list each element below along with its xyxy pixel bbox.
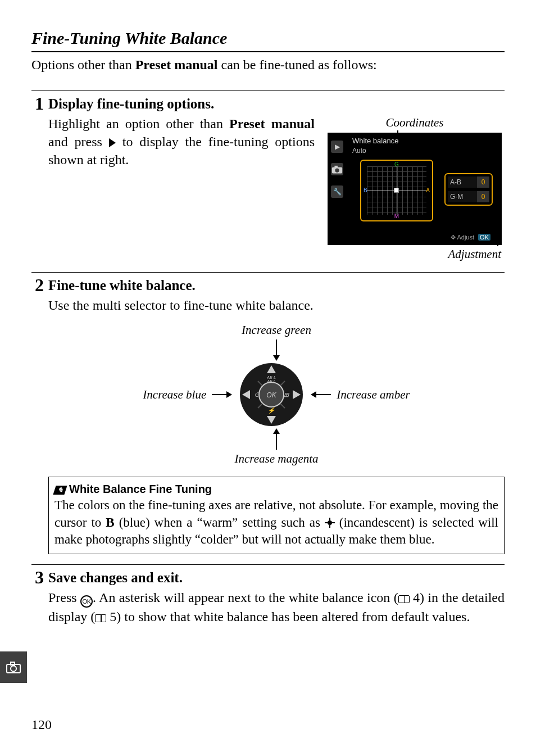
- step-1-number: 1: [31, 94, 44, 262]
- page-number: 120: [31, 716, 52, 734]
- adjustment-readout: A-B 0 G-M 0: [444, 173, 493, 206]
- ok-button-icon: OK: [80, 595, 93, 608]
- svg-text:⏲: ⏲: [254, 391, 260, 398]
- note-body: The colors on the fine-tuning axes are r…: [54, 497, 498, 548]
- svg-text:OK: OK: [267, 391, 277, 399]
- camera-footer-adjust: Adjust: [457, 234, 474, 241]
- arrow-down-shaft: [276, 434, 277, 450]
- camera-footer-pad-icon: ✥: [451, 234, 456, 241]
- arrow-up-head: [273, 355, 280, 361]
- intro-post: can be fine-tuned as follows:: [218, 57, 377, 72]
- adjustment-label: Adjustment: [325, 246, 505, 262]
- camera-side-tabs: ▶ 🔧: [328, 141, 347, 198]
- camera-footer: ✥ Adjust OK: [451, 233, 490, 242]
- note-body-b: B: [106, 515, 114, 529]
- page-ref-icon-1: [398, 595, 410, 603]
- ab-value: 0: [477, 176, 489, 188]
- gm-value: 0: [477, 191, 489, 202]
- note-body-mid: (blue) when a “warm” setting such as: [115, 515, 325, 529]
- coordinates-label: Coordinates: [325, 115, 505, 130]
- ab-key: A-B: [448, 176, 464, 188]
- note-title: ✎White Balance Fine Tuning: [54, 482, 498, 497]
- step-2-body: Use the multi selector to fine-tune whit…: [48, 296, 505, 314]
- page-ref-icon-2: [95, 614, 106, 622]
- diagram-label-up: Increase green: [242, 322, 311, 338]
- svg-text:AE-L: AE-L: [266, 375, 276, 379]
- camera-footer-ok: OK: [478, 234, 490, 241]
- chapter-tab: [0, 651, 27, 683]
- step-3-mid1: . An asterisk will appear next to the wh…: [93, 590, 398, 605]
- diagram-label-down: Increase magenta: [234, 451, 318, 467]
- step-3-number: 3: [31, 568, 44, 626]
- wb-grid: G M B A: [360, 160, 433, 221]
- grid-cursor: [394, 188, 399, 193]
- intro-pre: Options other than: [31, 57, 135, 72]
- gm-key: G-M: [448, 191, 465, 202]
- step-3-heading: Save changes and exit.: [48, 568, 505, 587]
- svg-point-2: [335, 168, 339, 172]
- camera-tab-icon: [331, 163, 343, 175]
- camera-screen: White balance Auto ▶ 🔧 G M B: [328, 133, 502, 245]
- section-title: Fine-Tuning White Balance: [31, 27, 505, 52]
- svg-point-21: [11, 666, 16, 672]
- right-arrow-icon: [109, 138, 116, 147]
- step-3-ref2: 5) to show that white balance has been a…: [106, 609, 470, 624]
- svg-text:⊞: ⊞: [284, 391, 289, 398]
- arrow-right: [311, 391, 331, 398]
- step-1-body-bold: Preset manual: [229, 116, 315, 131]
- camera-tab-icon-side: [6, 661, 21, 673]
- note-box: ✎White Balance Fine Tuning The colors on…: [48, 477, 505, 554]
- adjustment-callout-line-v: [497, 184, 498, 246]
- step-2-number: 2: [31, 276, 44, 554]
- ab-row: A-B 0: [448, 176, 489, 188]
- step-1-body: Highlight an option other than Preset ma…: [48, 115, 315, 169]
- camera-screen-title: White balance: [352, 136, 398, 146]
- step-1-figure: Coordinates White balance Auto ▶ 🔧: [325, 115, 505, 262]
- wrench-tab-icon: 🔧: [331, 185, 343, 198]
- note-icon: ✎: [53, 486, 67, 495]
- step-3: 3 Save changes and exit. Press OK. An as…: [31, 564, 505, 626]
- arrow-down-head: [273, 428, 280, 434]
- step-1-body-mid: and press: [48, 134, 109, 149]
- diagram-label-right: Increase amber: [337, 387, 410, 402]
- arrow-left: [212, 391, 232, 398]
- svg-text:AF-L: AF-L: [267, 379, 276, 383]
- intro-text: Options other than Preset manual can be …: [31, 56, 505, 74]
- multi-selector-icon: OK AE-L AF-L ⏲ ⊞ ⚡: [238, 361, 305, 428]
- camera-screen-subtitle: Auto: [352, 146, 366, 155]
- step-1-heading: Display fine-tuning options.: [48, 94, 505, 114]
- step-2-heading: Fine-tune white balance.: [48, 276, 505, 295]
- incandescent-icon: [325, 518, 335, 528]
- diagram-label-left: Increase blue: [143, 387, 206, 402]
- step-2: 2 Fine-tune white balance. Use the multi…: [31, 272, 505, 554]
- play-tab-icon: ▶: [331, 141, 343, 153]
- intro-bold: Preset manual: [135, 57, 218, 72]
- svg-rect-1: [334, 166, 338, 168]
- note-title-text: White Balance Fine Tuning: [69, 483, 212, 495]
- grid-label-a: A: [426, 187, 430, 194]
- svg-rect-20: [11, 662, 15, 665]
- step-3-pre: Press: [48, 590, 80, 605]
- multi-selector-diagram: Increase green Increase blue OK: [48, 322, 505, 467]
- step-1: 1 Display fine-tuning options. Highlight…: [31, 90, 505, 262]
- step-1-body-pre: Highlight an option other than: [48, 116, 229, 131]
- gm-row: G-M 0: [448, 191, 489, 202]
- step-3-body: Press OK. An asterisk will appear next t…: [48, 588, 505, 626]
- arrow-up-shaft: [276, 339, 277, 355]
